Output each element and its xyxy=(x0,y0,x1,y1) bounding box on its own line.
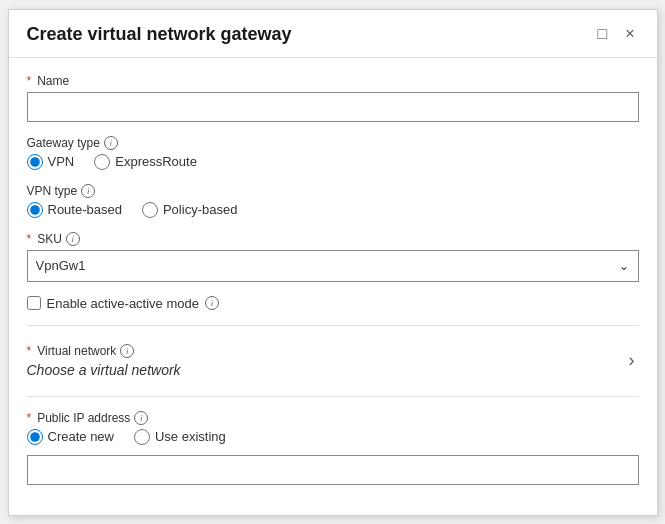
active-active-checkbox-row[interactable]: Enable active-active mode i xyxy=(27,296,639,311)
active-active-label: Enable active-active mode xyxy=(47,296,199,311)
public-ip-field-group: Public IP address i Create new Use exist… xyxy=(27,411,639,485)
vpn-type-label: VPN type i xyxy=(27,184,639,198)
gateway-type-vpn-label: VPN xyxy=(48,154,75,169)
public-ip-use-existing-radio[interactable] xyxy=(134,429,150,445)
vpn-type-info-icon[interactable]: i xyxy=(81,184,95,198)
vpn-type-field-group: VPN type i Route-based Policy-based xyxy=(27,184,639,218)
public-ip-radio-group: Create new Use existing xyxy=(27,429,639,445)
virtual-network-field-group: Virtual network i Choose a virtual netwo… xyxy=(27,340,639,382)
divider-1 xyxy=(27,325,639,326)
vpn-type-policy-based-option[interactable]: Policy-based xyxy=(142,202,237,218)
public-ip-info-icon[interactable]: i xyxy=(134,411,148,425)
gateway-type-label: Gateway type i xyxy=(27,136,639,150)
public-ip-label: Public IP address i xyxy=(27,411,639,425)
active-active-field-group: Enable active-active mode i xyxy=(27,296,639,311)
dialog-body: Name Gateway type i VPN ExpressRoute xyxy=(9,58,657,515)
dialog-title: Create virtual network gateway xyxy=(27,24,292,45)
public-ip-use-existing-label: Use existing xyxy=(155,429,226,444)
gateway-type-info-icon[interactable]: i xyxy=(104,136,118,150)
name-label: Name xyxy=(27,74,639,88)
sku-select-wrapper: VpnGw1 VpnGw2 VpnGw3 VpnGwAZ1 ⌄ xyxy=(27,250,639,282)
vpn-type-route-based-label: Route-based xyxy=(48,202,122,217)
gateway-type-radio-group: VPN ExpressRoute xyxy=(27,154,639,170)
virtual-network-chevron-right-icon[interactable]: › xyxy=(625,350,639,371)
dialog-header: Create virtual network gateway □ × xyxy=(9,10,657,58)
virtual-network-row: Virtual network i Choose a virtual netwo… xyxy=(27,340,639,382)
gateway-type-expressroute-label: ExpressRoute xyxy=(115,154,197,169)
public-ip-create-new-label: Create new xyxy=(48,429,114,444)
public-ip-create-new-radio[interactable] xyxy=(27,429,43,445)
create-vnet-gateway-dialog: Create virtual network gateway □ × Name … xyxy=(8,9,658,516)
gateway-type-field-group: Gateway type i VPN ExpressRoute xyxy=(27,136,639,170)
gateway-type-expressroute-option[interactable]: ExpressRoute xyxy=(94,154,197,170)
sku-select[interactable]: VpnGw1 VpnGw2 VpnGw3 VpnGwAZ1 xyxy=(27,250,639,282)
name-field-group: Name xyxy=(27,74,639,122)
choose-network-text[interactable]: Choose a virtual network xyxy=(27,362,625,378)
vpn-type-policy-based-label: Policy-based xyxy=(163,202,237,217)
minimize-button[interactable]: □ xyxy=(593,24,611,44)
sku-label: SKU i xyxy=(27,232,639,246)
divider-2 xyxy=(27,396,639,397)
header-icons: □ × xyxy=(593,24,638,44)
sku-info-icon[interactable]: i xyxy=(66,232,80,246)
virtual-network-label: Virtual network i xyxy=(27,344,625,358)
virtual-network-info-icon[interactable]: i xyxy=(120,344,134,358)
vpn-type-route-based-option[interactable]: Route-based xyxy=(27,202,122,218)
close-button[interactable]: × xyxy=(621,24,638,44)
vpn-type-policy-based-radio[interactable] xyxy=(142,202,158,218)
active-active-checkbox[interactable] xyxy=(27,296,41,310)
gateway-type-vpn-radio[interactable] xyxy=(27,154,43,170)
gateway-type-vpn-option[interactable]: VPN xyxy=(27,154,75,170)
public-ip-create-new-option[interactable]: Create new xyxy=(27,429,114,445)
virtual-network-content: Virtual network i Choose a virtual netwo… xyxy=(27,344,625,378)
sku-field-group: SKU i VpnGw1 VpnGw2 VpnGw3 VpnGwAZ1 ⌄ xyxy=(27,232,639,282)
vpn-type-route-based-radio[interactable] xyxy=(27,202,43,218)
public-ip-name-input[interactable] xyxy=(27,455,639,485)
name-input[interactable] xyxy=(27,92,639,122)
public-ip-use-existing-option[interactable]: Use existing xyxy=(134,429,226,445)
gateway-type-expressroute-radio[interactable] xyxy=(94,154,110,170)
active-active-info-icon[interactable]: i xyxy=(205,296,219,310)
vpn-type-radio-group: Route-based Policy-based xyxy=(27,202,639,218)
